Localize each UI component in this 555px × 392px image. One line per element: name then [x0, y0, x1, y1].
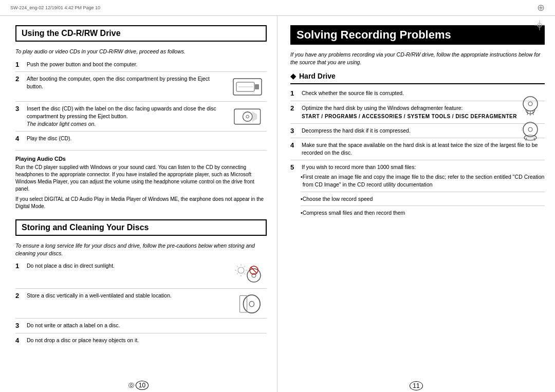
- hand-disc-icon: [516, 96, 545, 116]
- storing-step-4-num: 4: [15, 337, 25, 345]
- hd-step-3: 3 Decompress the hard disk if it is comp…: [290, 127, 545, 139]
- svg-rect-2: [255, 84, 259, 89]
- hd-step-2-text: Optimize the hard disk by using the Wind…: [302, 104, 545, 120]
- hd-step-2: 2 Optimize the hard disk by using the Wi…: [290, 104, 545, 124]
- disc-insert-illustration: [231, 105, 267, 128]
- svg-line-28: [527, 111, 528, 115]
- hd-step-1: 1 Check whether the source file is corru…: [290, 89, 545, 101]
- step-4: 4 Play the disc (CD).: [15, 135, 267, 146]
- step-1-text: Push the power button and boot the compu…: [27, 61, 267, 68]
- page-num-right-num: 11: [410, 381, 422, 390]
- storing-step-2: 2 Store a disc vertically in a well-vent…: [15, 292, 267, 319]
- page-num-left: ⓪: [128, 382, 134, 388]
- hard-drive-section-header: ◆ Hard Drive: [290, 72, 545, 84]
- step-1-num: 1: [15, 61, 25, 69]
- svg-line-30: [533, 111, 533, 115]
- hd-step-1-text: Check whether the source file is corrupt…: [302, 89, 545, 97]
- svg-point-26: [523, 97, 538, 111]
- svg-point-21: [249, 302, 254, 307]
- hd-step-5-num: 5: [290, 163, 300, 172]
- using-cdrw-steps: 1 Push the power button and boot the com…: [15, 61, 267, 146]
- step-2-text: After booting the computer, open the dis…: [27, 75, 227, 90]
- storing-step-1-num: 1: [15, 262, 25, 270]
- step-2: 2 After booting the computer, open the d…: [15, 75, 267, 102]
- storing-step-4-text: Do not drop a disc or place heavy object…: [27, 337, 267, 344]
- storing-step-1-text: Do not place a disc in direct sunlight.: [27, 262, 227, 270]
- left-column: Using the CD-R/RW Drive To play audio or…: [0, 16, 278, 392]
- svg-line-15: [237, 273, 238, 274]
- hd-step-1-num: 1: [290, 89, 300, 98]
- svg-line-12: [237, 266, 238, 267]
- solving-title: Solving Recording Problems: [290, 25, 545, 45]
- storing-steps: 1 Do not place a disc in direct sunlight…: [15, 262, 267, 347]
- step-4-text: Play the disc (CD).: [27, 135, 267, 142]
- hard-drive-steps: 1 Check whether the source file is corru…: [290, 89, 545, 226]
- header-text: SW-224_eng-02 12/19/01 4:42 PM Page 10: [10, 5, 100, 10]
- page-header: SW-224_eng-02 12/19/01 4:42 PM Page 10 ⊕: [0, 0, 555, 16]
- step-1: 1 Push the power button and boot the com…: [15, 61, 267, 72]
- disc-vertical-illustration: [231, 292, 267, 315]
- step-3-text: Insert the disc (CD) with the label on t…: [27, 105, 227, 127]
- two-column-layout: Using the CD-R/RW Drive To play audio or…: [0, 16, 555, 392]
- bullet-3: Compress small files and then record the…: [301, 209, 545, 220]
- defrag-command: START / PROGRAMS / ACCESSORIES / SYSTEM …: [302, 113, 545, 120]
- divider-1: [15, 150, 267, 151]
- storing-step-2-text: Store a disc vertically in a well-ventil…: [27, 292, 227, 300]
- hard-drive-title: Hard Drive: [299, 72, 336, 80]
- step-3: 3 Insert the disc (CD) with the label on…: [15, 105, 267, 132]
- storing-step-2-num: 2: [15, 292, 25, 300]
- hd-step-5-text: If you wish to record more than 1000 sma…: [302, 163, 416, 171]
- storing-step-4: 4 Do not drop a disc or place heavy obje…: [15, 337, 267, 348]
- svg-line-14: [244, 266, 245, 267]
- svg-point-20: [244, 295, 261, 313]
- svg-line-13: [244, 273, 245, 274]
- svg-point-27: [528, 102, 532, 106]
- section-storing-title: Storing and Cleaning Your Discs: [22, 223, 261, 232]
- step-2-num: 2: [15, 75, 25, 83]
- hd-step-3-num: 3: [290, 127, 300, 135]
- polish-hand-icon: [516, 121, 545, 142]
- section-using-cdrw-title: Using the CD-R/RW Drive: [22, 29, 261, 38]
- playing-audio-cds-body: Run the CD player supplied with Windows …: [15, 164, 267, 193]
- hd-step-4-num: 4: [290, 141, 300, 150]
- hd-step-5-bullets: First create an image file and copy the …: [290, 173, 545, 223]
- bullet-arrow-icon: ◆: [290, 72, 296, 80]
- hd-step-5: 5 If you wish to record more than 1000 s…: [290, 163, 545, 226]
- section-using-cdrw-intro: To play audio or video CDs in your CD-R/…: [15, 48, 267, 55]
- storing-step-3: 3 Do not write or attach a label on a di…: [15, 322, 267, 333]
- bullet-2: Choose the low record speed: [301, 195, 545, 207]
- hd-step-4: 4 Make sure that the space available on …: [290, 141, 545, 160]
- eject-illustration: [231, 75, 267, 98]
- section-storing-intro: To ensure a long service life for your d…: [15, 242, 267, 257]
- crosshair-top-right: [534, 20, 545, 31]
- section-using-cdrw-title-box: Using the CD-R/RW Drive: [15, 25, 267, 42]
- playing-audio-cds-title: Playing Audio CDs: [15, 156, 267, 162]
- hd-step-2-num: 2: [290, 104, 300, 113]
- svg-point-7: [238, 267, 244, 273]
- storing-step-1: 1 Do not place a disc in direct sunlight…: [15, 262, 267, 289]
- svg-line-19: [251, 267, 257, 273]
- polish-illustrations: [516, 96, 545, 142]
- svg-point-5: [243, 112, 252, 121]
- step-3-num: 3: [15, 105, 25, 113]
- svg-point-6: [246, 115, 249, 118]
- right-column: Solving Recording Problems If you have a…: [278, 16, 555, 392]
- svg-point-32: [528, 127, 532, 132]
- solving-intro: If you have any problems recording via y…: [290, 51, 545, 66]
- hd-step-4-text: Make sure that the space available on th…: [302, 141, 545, 156]
- hd-step-3-text: Decompress the hard disk if it is compre…: [302, 127, 545, 135]
- storing-step-3-num: 3: [15, 322, 25, 330]
- step-4-num: 4: [15, 135, 25, 143]
- sun-disc-illustration: [231, 262, 267, 285]
- page-num-right-container: 11: [278, 382, 555, 389]
- playing-audio-cds-body2: If you select DIGITAL at CD Audio Play i…: [15, 196, 267, 210]
- storing-step-3-text: Do not write or attach a label on a disc…: [27, 322, 267, 329]
- bullet-1: First create an image file and copy the …: [301, 173, 545, 192]
- svg-point-31: [523, 122, 538, 137]
- page-num-left-num: 10: [136, 381, 149, 390]
- section-storing-title-box: Storing and Cleaning Your Discs: [15, 219, 267, 236]
